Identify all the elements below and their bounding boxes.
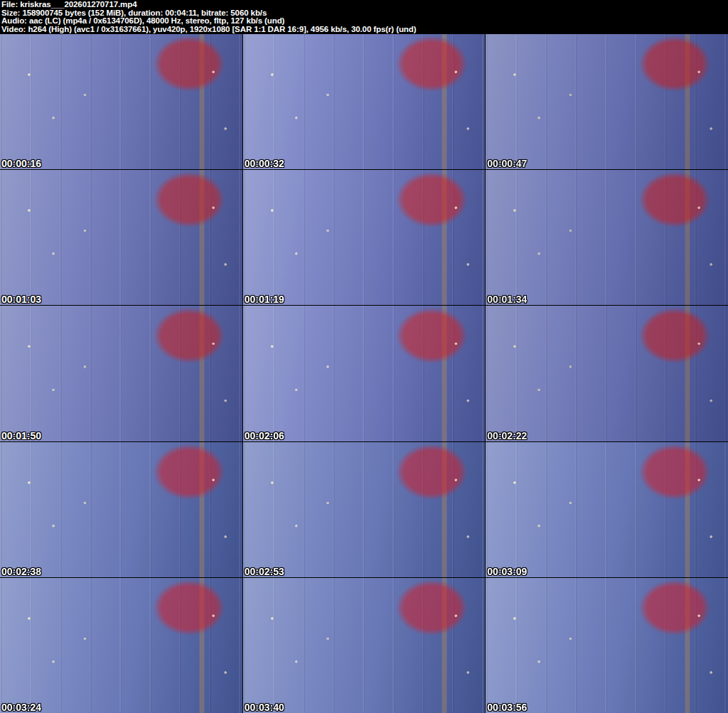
file-line: File: kriskras___202601270717.mp4	[1, 1, 728, 9]
video-thumbnail: 00:00:47	[486, 34, 728, 169]
timestamp-overlay: 00:01:34	[487, 294, 527, 305]
thumbnail-placeholder-art	[0, 34, 242, 169]
timestamp-overlay: 00:00:32	[245, 158, 284, 169]
thumbnail-placeholder-art	[486, 34, 728, 169]
video-thumbnail: 00:00:16	[0, 34, 242, 169]
video-thumbnail: 00:02:06	[243, 306, 486, 441]
thumbnail-placeholder-art	[243, 306, 486, 441]
timestamp-overlay: 00:02:53	[245, 566, 284, 577]
video-thumbnail: 00:01:03	[0, 170, 242, 305]
timestamp-overlay: 00:03:09	[487, 566, 527, 577]
contact-sheet-grid: 00:00:16 00:00:32 00:00:47 00:01:03 00:0…	[0, 34, 728, 713]
video-thumbnail: 00:02:38	[0, 442, 242, 577]
thumbnail-placeholder-art	[486, 170, 728, 305]
timestamp-overlay: 00:02:22	[487, 430, 527, 441]
thumbnail-placeholder-art	[0, 578, 242, 713]
timestamp-overlay: 00:01:19	[245, 294, 284, 305]
video-thumbnail: 00:03:56	[486, 578, 728, 713]
timestamp-overlay: 00:00:16	[1, 158, 41, 169]
video-thumbnail: 00:03:40	[243, 578, 486, 713]
timestamp-overlay: 00:01:03	[1, 294, 41, 305]
thumbnail-placeholder-art	[243, 34, 486, 169]
video-thumbnail: 00:00:32	[243, 34, 486, 169]
audio-line: Audio: aac (LC) (mp4a / 0x6134706D), 480…	[1, 17, 728, 26]
thumbnail-placeholder-art	[0, 306, 242, 441]
video-thumbnail: 00:02:53	[243, 442, 486, 577]
video-thumbnail: 00:01:50	[0, 306, 242, 441]
video-thumbnail: 00:03:24	[0, 578, 242, 713]
thumbnail-placeholder-art	[243, 170, 486, 305]
video-thumbnail: 00:01:34	[486, 170, 728, 305]
timestamp-overlay: 00:03:24	[1, 702, 41, 713]
thumbnail-placeholder-art	[243, 442, 486, 577]
metadata-header: File: kriskras___202601270717.mp4 Size: …	[0, 0, 728, 34]
timestamp-overlay: 00:02:06	[245, 430, 284, 441]
thumbnail-placeholder-art	[486, 306, 728, 441]
timestamp-overlay: 00:02:38	[1, 566, 41, 577]
video-thumbnail: 00:01:19	[243, 170, 486, 305]
thumbnail-placeholder-art	[486, 578, 728, 713]
video-thumbnail: 00:02:22	[486, 306, 728, 441]
timestamp-overlay: 00:03:40	[245, 702, 284, 713]
thumbnail-placeholder-art	[0, 442, 242, 577]
video-line: Video: h264 (High) (avc1 / 0x31637661), …	[1, 26, 728, 34]
timestamp-overlay: 00:03:56	[487, 702, 527, 713]
timestamp-overlay: 00:01:50	[1, 430, 41, 441]
timestamp-overlay: 00:00:47	[487, 158, 527, 169]
thumbnail-placeholder-art	[243, 578, 486, 713]
thumbnail-placeholder-art	[0, 170, 242, 305]
thumbnail-placeholder-art	[486, 442, 728, 577]
video-thumbnail: 00:03:09	[486, 442, 728, 577]
